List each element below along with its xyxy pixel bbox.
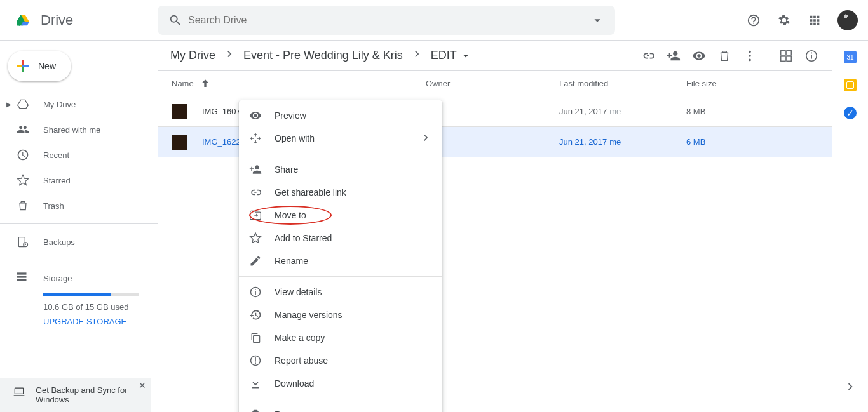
menu-preview[interactable]: Preview [239, 104, 442, 127]
trash-icon [15, 198, 31, 213]
menu-download[interactable]: Download [239, 372, 442, 395]
file-modified: Jun 21, 2017me [559, 107, 686, 116]
sidebar-item-backups[interactable]: Backups [0, 229, 158, 255]
toolbar: My Drive Event - Pre Wedding Lily & Kris… [158, 41, 832, 71]
breadcrumb-item[interactable]: My Drive [168, 48, 218, 63]
side-panel: 31 ✓ [832, 41, 868, 412]
apps-grid-icon[interactable] [802, 8, 827, 33]
menu-view-details[interactable]: View details [239, 281, 442, 303]
shared-icon [15, 122, 31, 137]
sidebar: New ▶ My Drive Shared with me Recent Sta… [0, 41, 158, 412]
sidebar-item-trash[interactable]: Trash [0, 193, 158, 218]
sidebar-item-label: Shared with me [43, 125, 100, 135]
logo-area[interactable]: Drive [5, 8, 158, 33]
menu-manage-versions[interactable]: Manage versions [239, 303, 442, 326]
menu-add-starred[interactable]: Add to Starred [239, 227, 442, 249]
search-dropdown-icon[interactable] [585, 8, 610, 33]
sidebar-item-label: Recent [43, 150, 69, 160]
open-with-icon [249, 132, 262, 145]
file-size: 6 MB [686, 137, 822, 147]
search-icon[interactable] [163, 8, 188, 33]
menu-make-copy[interactable]: Make a copy [239, 326, 442, 349]
expand-panel-icon[interactable] [837, 374, 863, 399]
menu-divider [239, 399, 442, 399]
sidebar-item-label: Backups [43, 237, 75, 247]
chevron-right-icon [410, 48, 423, 63]
storage-icon [15, 270, 31, 286]
menu-divider [239, 154, 442, 154]
breadcrumb-item[interactable]: Event - Pre Wedding Lily & Kris [241, 48, 405, 63]
search-input[interactable] [188, 15, 585, 26]
person-add-icon [249, 163, 262, 176]
user-avatar[interactable] [837, 10, 858, 30]
get-link-icon[interactable] [635, 43, 661, 69]
col-name-header[interactable]: Name [172, 77, 426, 90]
menu-open-with[interactable]: Open with [239, 127, 442, 150]
breadcrumb: My Drive Event - Pre Wedding Lily & Kris… [168, 48, 475, 63]
more-actions-icon[interactable] [737, 43, 763, 69]
report-icon [249, 354, 262, 367]
storage-section: Storage 10.6 GB of 15 GB used UPGRADE ST… [0, 265, 158, 326]
col-size-header[interactable]: File size [686, 79, 822, 88]
storage-label[interactable]: Storage [43, 274, 72, 283]
sidebar-item-mydrive[interactable]: ▶ My Drive [0, 91, 158, 117]
sidebar-item-starred[interactable]: Starred [0, 168, 158, 193]
sidebar-item-label: Starred [43, 176, 71, 185]
breadcrumb-item-current[interactable]: EDIT [428, 48, 475, 63]
promo-text: Get Backup and Sync for Windows [36, 385, 141, 404]
copy-icon [249, 331, 262, 344]
mydrive-icon [15, 96, 31, 112]
help-icon[interactable] [741, 8, 766, 33]
menu-get-link[interactable]: Get shareable link [239, 181, 442, 204]
chevron-right-icon [223, 48, 236, 63]
drive-logo-icon [10, 8, 36, 33]
link-icon [249, 186, 262, 199]
plus-icon [14, 57, 32, 75]
delete-trash-icon[interactable] [712, 43, 737, 69]
menu-remove[interactable]: Remove [239, 403, 442, 412]
storage-bar [43, 293, 139, 296]
trash-icon [249, 408, 262, 412]
divider [768, 48, 768, 63]
toolbar-actions [635, 43, 832, 69]
search-bar[interactable] [158, 6, 615, 35]
tasks-app-icon[interactable]: ✓ [844, 107, 857, 119]
chevron-down-icon [459, 50, 472, 62]
move-to-icon [249, 209, 262, 222]
new-button[interactable]: New [8, 51, 71, 81]
promo-banner[interactable]: Get Backup and Sync for Windows ✕ [0, 378, 151, 412]
divider [0, 260, 158, 260]
details-info-icon[interactable] [799, 43, 824, 69]
upgrade-storage-link[interactable]: UPGRADE STORAGE [43, 317, 142, 326]
menu-move-to[interactable]: Move to [239, 204, 442, 227]
col-owner-header[interactable]: Owner [426, 79, 559, 88]
info-icon [249, 286, 262, 298]
sidebar-item-recent[interactable]: Recent [0, 142, 158, 168]
file-thumbnail [172, 135, 187, 150]
file-thumbnail [172, 104, 187, 119]
laptop-icon [13, 385, 25, 400]
header-actions [726, 8, 858, 33]
preview-eye-icon[interactable] [686, 43, 712, 69]
menu-share[interactable]: Share [239, 158, 442, 181]
eye-icon [249, 109, 262, 122]
close-promo-icon[interactable]: ✕ [139, 380, 146, 390]
rename-icon [249, 255, 262, 267]
keep-app-icon[interactable] [844, 79, 857, 91]
calendar-app-icon[interactable]: 31 [844, 51, 857, 63]
context-menu: Preview Open with Share Get shareable li… [239, 100, 442, 412]
recent-icon [15, 147, 31, 163]
app-name: Drive [41, 12, 73, 29]
file-owner: me [426, 137, 559, 147]
download-icon [249, 377, 262, 390]
sidebar-item-shared[interactable]: Shared with me [0, 117, 158, 142]
menu-rename[interactable]: Rename [239, 249, 442, 272]
expand-chevron-icon[interactable]: ▶ [6, 101, 14, 108]
col-modified-header[interactable]: Last modified [559, 79, 686, 88]
settings-gear-icon[interactable] [771, 8, 797, 33]
sidebar-item-label: Trash [43, 201, 64, 211]
view-grid-icon[interactable] [773, 43, 799, 69]
file-size: 8 MB [686, 107, 822, 116]
menu-report-abuse[interactable]: Report abuse [239, 349, 442, 372]
share-person-icon[interactable] [661, 43, 686, 69]
